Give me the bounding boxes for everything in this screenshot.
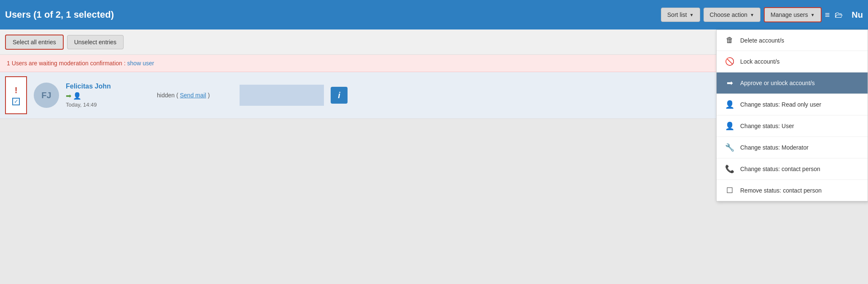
dropdown-icon-delete: 🗑 bbox=[725, 36, 734, 45]
dropdown-icon-moderator: 🔧 bbox=[725, 143, 734, 152]
user-info: Felicitas John ➡ 👤 Today, 14:49 bbox=[66, 83, 150, 108]
dropdown-icon-user: 👤 bbox=[725, 121, 734, 131]
dropdown-icon-lock: 🚫 bbox=[725, 57, 734, 66]
dropdown-label-user: Change status: User bbox=[740, 123, 794, 129]
dropdown-item-approve[interactable]: ➡Approve or unlock account/s bbox=[717, 72, 868, 94]
dropdown-item-contact[interactable]: 📞Change status: contact person bbox=[717, 158, 868, 180]
dropdown-label-lock: Lock account/s bbox=[740, 58, 779, 65]
header-actions: Sort list ▼ Choose action ▼ Manage users… bbox=[661, 7, 863, 22]
sort-list-chevron-icon: ▼ bbox=[690, 13, 694, 17]
dropdown-item-moderator[interactable]: 🔧Change status: Moderator bbox=[717, 137, 868, 158]
manage-users-label: Manage users bbox=[771, 11, 808, 18]
choose-action-chevron-icon: ▼ bbox=[750, 13, 754, 17]
user-date: Today, 14:49 bbox=[66, 102, 150, 108]
dropdown-item-readonly[interactable]: 👤Change status: Read only user bbox=[717, 94, 868, 115]
user-content-area bbox=[240, 85, 324, 106]
avatar-initials: FJ bbox=[41, 91, 51, 100]
dropdown-label-delete: Delete account/s bbox=[740, 37, 784, 44]
choose-action-button[interactable]: Choose action ▼ bbox=[704, 8, 760, 22]
choose-action-label: Choose action bbox=[710, 11, 748, 18]
exclamation-icon: ! bbox=[15, 86, 18, 95]
user-status-cell: hidden ( Send mail ) bbox=[157, 92, 233, 99]
dropdown-label-moderator: Change status: Moderator bbox=[740, 144, 809, 151]
selection-cell: ! bbox=[5, 76, 27, 114]
dropdown-label-approve: Approve or unlock account/s bbox=[740, 80, 815, 86]
dropdown-item-remove-contact[interactable]: ☐Remove status: contact person bbox=[717, 180, 868, 201]
dropdown-item-lock[interactable]: 🚫Lock account/s bbox=[717, 51, 868, 72]
avatar: FJ bbox=[34, 83, 59, 108]
dropdown-item-delete[interactable]: 🗑Delete account/s bbox=[717, 30, 868, 51]
dropdown-label-remove-contact: Remove status: contact person bbox=[740, 187, 822, 194]
moderation-message: 1 Users are waiting moderation confirmat… bbox=[7, 60, 127, 67]
unselect-button[interactable]: Unselect entries bbox=[67, 35, 124, 49]
status-paren-close: ) bbox=[208, 92, 210, 99]
page-title: Users (1 of 2, 1 selected) bbox=[5, 9, 114, 20]
manage-users-dropdown: 🗑Delete account/s🚫Lock account/s➡Approve… bbox=[716, 29, 868, 201]
header-bar: Users (1 of 2, 1 selected) Sort list ▼ C… bbox=[0, 0, 868, 29]
manage-users-chevron-icon: ▼ bbox=[811, 13, 815, 17]
unselect-label: Unselect entries bbox=[74, 39, 116, 46]
dropdown-icon-readonly: 👤 bbox=[725, 100, 734, 109]
person-icon: 👤 bbox=[73, 92, 81, 100]
page-wrapper: Users (1 of 2, 1 selected) Sort list ▼ C… bbox=[0, 0, 868, 119]
select-all-button[interactable]: Select all entries bbox=[5, 35, 64, 50]
info-icon: i bbox=[338, 91, 340, 100]
sort-list-button[interactable]: Sort list ▼ bbox=[661, 8, 700, 22]
dropdown-icon-contact: 📞 bbox=[725, 164, 734, 174]
manage-users-button[interactable]: Manage users ▼ bbox=[764, 7, 822, 22]
user-status-icons: ➡ 👤 bbox=[66, 92, 150, 100]
checkbox[interactable] bbox=[12, 98, 20, 105]
status-paren-open: ( bbox=[176, 92, 178, 99]
dropdown-icon-approve: ➡ bbox=[725, 78, 734, 88]
list-view-icon[interactable]: ≡ bbox=[825, 10, 830, 20]
user-status-text: hidden bbox=[157, 92, 175, 99]
info-button[interactable]: i bbox=[331, 87, 348, 104]
sort-list-label: Sort list bbox=[667, 11, 687, 18]
header-extra-label: Nu bbox=[852, 10, 863, 20]
send-mail-link[interactable]: Send mail bbox=[180, 92, 206, 99]
folder-icon[interactable]: 🗁 bbox=[835, 10, 843, 20]
approve-arrow-icon: ➡ bbox=[66, 92, 71, 100]
select-all-label: Select all entries bbox=[13, 39, 56, 46]
dropdown-label-readonly: Change status: Read only user bbox=[740, 101, 821, 108]
user-name[interactable]: Felicitas John bbox=[66, 83, 150, 90]
show-user-link[interactable]: show user bbox=[127, 60, 154, 67]
dropdown-item-user[interactable]: 👤Change status: User bbox=[717, 115, 868, 137]
dropdown-icon-remove-contact: ☐ bbox=[725, 186, 734, 195]
dropdown-label-contact: Change status: contact person bbox=[740, 166, 820, 172]
